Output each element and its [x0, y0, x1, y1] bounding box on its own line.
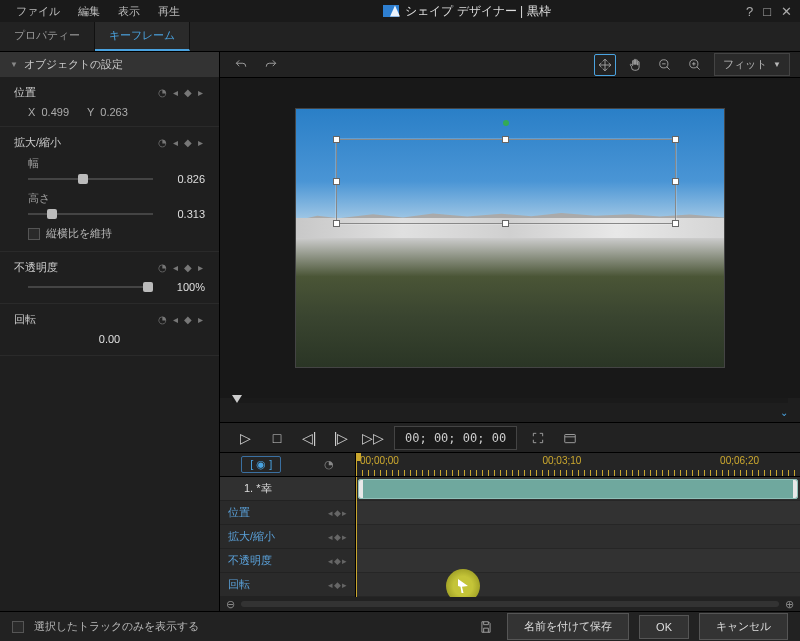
svg-rect-2: [565, 434, 576, 442]
timeline-clip[interactable]: [358, 479, 798, 499]
next-key-icon[interactable]: ▸: [196, 87, 205, 98]
resize-handle[interactable]: [672, 136, 679, 143]
zoom-in-icon[interactable]: [684, 54, 706, 76]
prop-position-label: 位置: [14, 85, 36, 100]
stopwatch-icon[interactable]: ◔: [156, 137, 169, 148]
menu-file[interactable]: ファイル: [8, 1, 68, 22]
prev-key-icon[interactable]: ◂: [171, 314, 180, 325]
zoom-in-timeline-icon[interactable]: ⊕: [785, 598, 794, 611]
track-opacity[interactable]: 不透明度: [228, 553, 322, 568]
pos-y-label: Y: [87, 106, 94, 118]
playhead-line[interactable]: [356, 477, 357, 597]
ruler-tick: 00;00;00: [360, 455, 399, 466]
tab-properties[interactable]: プロパティー: [0, 22, 95, 51]
stopwatch-icon[interactable]: ◔: [156, 314, 169, 325]
next-key-icon[interactable]: ▸: [196, 137, 205, 148]
visibility-toggle-icon[interactable]: [ ◉ ]: [241, 456, 281, 473]
rotate-handle[interactable]: [503, 120, 509, 126]
properties-panel: オブジェクトの設定 位置 ◔◂◆▸ X 0.499 Y 0.263 拡大/縮小 …: [0, 52, 220, 611]
save-icon[interactable]: [475, 616, 497, 638]
ruler-tick: 00;06;20: [720, 455, 759, 466]
timeline-ruler[interactable]: 00;00;00 00;03;10 00;06;20: [356, 453, 800, 476]
scale-height-label: 高さ: [14, 191, 205, 206]
menu-play[interactable]: 再生: [150, 1, 188, 22]
add-key-icon[interactable]: ◆: [182, 314, 194, 325]
scale-height-slider[interactable]: [28, 213, 153, 215]
next-key-icon[interactable]: ▸: [196, 262, 205, 273]
stopwatch-icon[interactable]: ◔: [156, 262, 169, 273]
menu-view[interactable]: 表示: [110, 1, 148, 22]
close-icon[interactable]: ✕: [781, 4, 792, 19]
cursor-highlight: [446, 569, 480, 597]
prop-scale-label: 拡大/縮小: [14, 135, 61, 150]
pos-x-label: X: [28, 106, 35, 118]
move-tool-icon[interactable]: [594, 54, 616, 76]
add-key-icon[interactable]: ◆: [182, 137, 194, 148]
timeline: [ ◉ ] ◔ 00;00;00 00;03;10 00;06;20 1. *幸…: [220, 452, 800, 611]
ruler-tick: 00;03;10: [542, 455, 581, 466]
add-key-icon[interactable]: ◆: [182, 87, 194, 98]
track-position[interactable]: 位置: [228, 505, 322, 520]
scale-width-value[interactable]: 0.826: [161, 173, 205, 185]
resize-handle[interactable]: [333, 136, 340, 143]
stopwatch-icon[interactable]: ◔: [156, 87, 169, 98]
timecode[interactable]: 00; 00; 00; 00: [394, 426, 517, 450]
menu-edit[interactable]: 編集: [70, 1, 108, 22]
group-object-settings[interactable]: オブジェクトの設定: [0, 52, 219, 77]
resize-handle[interactable]: [672, 220, 679, 227]
scale-width-slider[interactable]: [28, 178, 153, 180]
prev-frame-icon[interactable]: ◁|: [298, 427, 320, 449]
zoom-out-timeline-icon[interactable]: ⊖: [226, 598, 235, 611]
app-logo: [383, 5, 399, 17]
redo-icon[interactable]: [260, 54, 282, 76]
resize-handle[interactable]: [672, 178, 679, 185]
maximize-icon[interactable]: □: [763, 4, 771, 19]
keep-ratio-label: 縦横比を維持: [46, 226, 112, 241]
resize-handle[interactable]: [502, 220, 509, 227]
add-key-icon[interactable]: ◆: [182, 262, 194, 273]
resize-handle[interactable]: [333, 178, 340, 185]
prev-key-icon[interactable]: ◂: [171, 262, 180, 273]
keyframe-toggle-icon[interactable]: ◔: [324, 458, 334, 471]
save-as-button[interactable]: 名前を付けて保存: [507, 613, 629, 640]
fullscreen-icon[interactable]: [527, 427, 549, 449]
selection-box[interactable]: [336, 139, 676, 224]
show-selected-checkbox[interactable]: [12, 621, 24, 633]
zoom-out-icon[interactable]: [654, 54, 676, 76]
cancel-button[interactable]: キャンセル: [699, 613, 788, 640]
collapse-icon[interactable]: ⌄: [780, 407, 788, 418]
window-title: シェイプ デザイナー | 黒枠: [405, 3, 550, 20]
prev-key-icon[interactable]: ◂: [171, 87, 180, 98]
stop-icon[interactable]: □: [266, 427, 288, 449]
hand-tool-icon[interactable]: [624, 54, 646, 76]
next-frame-icon[interactable]: |▷: [330, 427, 352, 449]
pos-x-value[interactable]: 0.499: [41, 106, 69, 118]
resize-handle[interactable]: [333, 220, 340, 227]
prev-key-icon[interactable]: ◂: [171, 137, 180, 148]
canvas-area[interactable]: [220, 78, 800, 398]
pos-y-value[interactable]: 0.263: [100, 106, 128, 118]
scale-height-value[interactable]: 0.313: [161, 208, 205, 220]
playhead[interactable]: [356, 453, 357, 476]
zoom-fit-dropdown[interactable]: フィット▼: [714, 53, 790, 76]
ok-button[interactable]: OK: [639, 615, 689, 639]
opacity-slider[interactable]: [28, 286, 153, 288]
track-rotation[interactable]: 回転: [228, 577, 322, 592]
track-scale[interactable]: 拡大/縮小: [228, 529, 322, 544]
play-icon[interactable]: ▷: [234, 427, 256, 449]
help-icon[interactable]: ?: [746, 4, 753, 19]
rotation-value[interactable]: 0.00: [14, 333, 205, 345]
snapshot-icon[interactable]: [559, 427, 581, 449]
resize-handle[interactable]: [502, 136, 509, 143]
track-header-main[interactable]: 1. *幸: [220, 477, 355, 501]
timeline-scrollbar[interactable]: [241, 601, 779, 607]
opacity-value[interactable]: 100%: [161, 281, 205, 293]
preview-scrubber[interactable]: [232, 398, 788, 403]
undo-icon[interactable]: [230, 54, 252, 76]
preview-canvas[interactable]: [295, 108, 725, 368]
fast-forward-icon[interactable]: ▷▷: [362, 427, 384, 449]
timeline-tracks[interactable]: [356, 477, 800, 597]
next-key-icon[interactable]: ▸: [196, 314, 205, 325]
keep-ratio-checkbox[interactable]: [28, 228, 40, 240]
tab-keyframe[interactable]: キーフレーム: [95, 22, 190, 51]
